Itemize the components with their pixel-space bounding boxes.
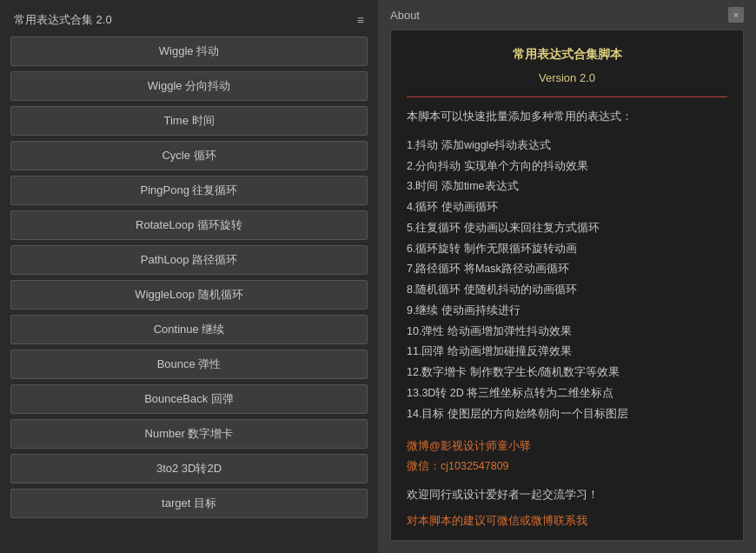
3to2-btn[interactable]: 3to2 3D转2D [10, 454, 368, 483]
button-row-11: Number 数字增卡 [10, 419, 368, 449]
right-panel: About × 常用表达式合集脚本 Version 2.0 本脚本可以快速批量添… [378, 0, 756, 553]
cycle-btn[interactable]: Cycle 循环 [10, 141, 368, 170]
social-item: 微博@影视设计师童小驿 [407, 436, 727, 456]
feature-item: 12.数字增卡 制作数字生长/随机数字等效果 [407, 363, 727, 383]
feature-item: 9.继续 使动画持续进行 [407, 301, 727, 322]
button-row-8: Continue 继续 [10, 315, 368, 344]
feature-item: 14.目标 使图层的方向始终朝向一个目标图层 [407, 404, 727, 425]
number-btn[interactable]: Number 数字增卡 [10, 419, 368, 449]
feature-item: 7.路径循环 将Mask路径动画循环 [407, 259, 727, 280]
button-row-4: PingPong 往复循环 [10, 176, 368, 205]
button-row-13: target 目标 [10, 489, 368, 518]
left-header: 常用表达式合集 2.0 ≡ [10, 7, 368, 37]
feature-item: 5.往复循环 使动画以来回往复方式循环 [407, 218, 727, 239]
social-item: 微信：cj1032547809 [407, 456, 727, 476]
about-invite: 欢迎同行或设计爱好者一起交流学习！ [407, 486, 727, 504]
wiggle-split-btn[interactable]: Wiggle 分向抖动 [10, 71, 368, 101]
left-panel: 常用表达式合集 2.0 ≡ Wiggle 抖动Wiggle 分向抖动Time 时… [0, 0, 378, 553]
bounceback-btn[interactable]: BounceBack 回弹 [10, 384, 368, 414]
time-btn[interactable]: Time 时间 [10, 106, 368, 136]
panel-title: 常用表达式合集 2.0 [14, 12, 112, 28]
pathloop-btn[interactable]: PathLoop 路径循环 [10, 245, 368, 275]
feature-item: 1.抖动 添加wiggle抖动表达式 [407, 136, 727, 157]
wiggle-btn[interactable]: Wiggle 抖动 [10, 37, 368, 66]
feature-item: 11.回弹 给动画增加碰撞反弹效果 [407, 342, 727, 363]
about-content: 常用表达式合集脚本 Version 2.0 本脚本可以快速批量添加多种常用的表达… [390, 30, 744, 541]
rotateloop-btn[interactable]: RotateLoop 循环旋转 [10, 210, 368, 240]
about-desc: 本脚本可以快速批量添加多种常用的表达式： [407, 108, 727, 125]
feature-item: 8.随机循环 使随机抖动的动画循环 [407, 280, 727, 301]
about-features: 1.抖动 添加wiggle抖动表达式2.分向抖动 实现单个方向的抖动效果3.时间… [407, 136, 727, 425]
button-row-9: Bounce 弹性 [10, 350, 368, 379]
close-button[interactable]: × [728, 7, 744, 23]
about-header: About × [378, 0, 756, 30]
about-main-title: 常用表达式合集脚本 [407, 44, 727, 65]
menu-icon[interactable]: ≡ [357, 13, 364, 27]
about-version: Version 2.0 [407, 69, 727, 88]
button-row-5: RotateLoop 循环旋转 [10, 210, 368, 240]
button-row-3: Cycle 循环 [10, 141, 368, 170]
button-row-6: PathLoop 路径循环 [10, 245, 368, 275]
button-row-0: Wiggle 抖动 [10, 37, 368, 66]
wiggleloop-btn[interactable]: WiggleLoop 随机循环 [10, 280, 368, 310]
feature-item: 3.时间 添加time表达式 [407, 177, 727, 197]
divider [407, 97, 727, 97]
feature-item: 4.循环 使动画循环 [407, 197, 727, 218]
button-row-10: BounceBack 回弹 [10, 384, 368, 414]
feature-item: 6.循环旋转 制作无限循环旋转动画 [407, 239, 727, 260]
pingpong-btn[interactable]: PingPong 往复循环 [10, 176, 368, 205]
continue-btn[interactable]: Continue 继续 [10, 315, 368, 344]
bounce-btn[interactable]: Bounce 弹性 [10, 350, 368, 379]
button-row-12: 3to2 3D转2D [10, 454, 368, 483]
buttons-list: Wiggle 抖动Wiggle 分向抖动Time 时间Cycle 循环PingP… [10, 37, 368, 523]
button-row-7: WiggleLoop 随机循环 [10, 280, 368, 310]
target-btn[interactable]: target 目标 [10, 489, 368, 518]
feature-item: 10.弹性 给动画增加弹性抖动效果 [407, 322, 727, 343]
button-row-1: Wiggle 分向抖动 [10, 71, 368, 101]
feature-item: 13.3D转 2D 将三维坐标点转为二维坐标点 [407, 383, 727, 404]
about-contact: 对本脚本的建议可微信或微博联系我 [407, 512, 727, 530]
about-social: 微博@影视设计师童小驿微信：cj1032547809 [407, 436, 727, 476]
button-row-2: Time 时间 [10, 106, 368, 136]
feature-item: 2.分向抖动 实现单个方向的抖动效果 [407, 157, 727, 177]
about-label: About [390, 9, 420, 22]
